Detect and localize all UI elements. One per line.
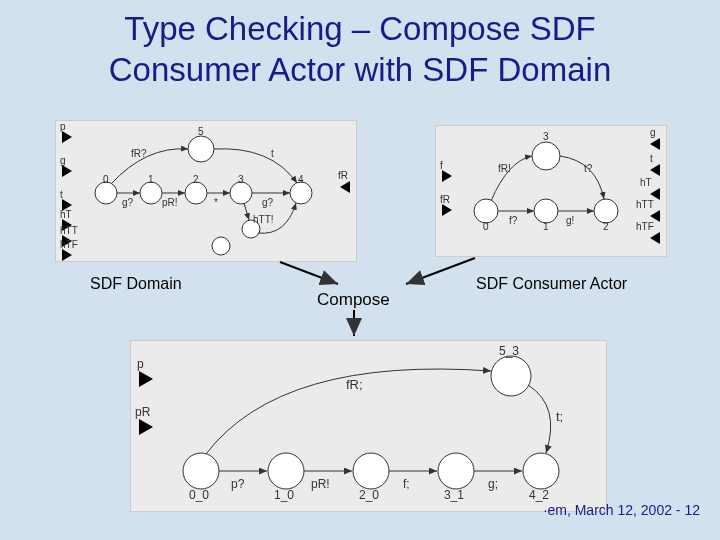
node-3: 3 xyxy=(238,174,244,185)
title-line-1: Type Checking – Compose SDF xyxy=(0,8,720,49)
svg-point-12 xyxy=(188,136,214,162)
svg-marker-34 xyxy=(139,419,153,435)
edge-t: t xyxy=(271,148,274,159)
edge-star: * xyxy=(214,197,218,208)
node-4: 4 xyxy=(298,174,304,185)
label-sdf-domain: SDF Domain xyxy=(90,275,182,293)
svg-point-28 xyxy=(534,199,558,223)
svg-point-35 xyxy=(183,453,219,489)
node-1: 1 xyxy=(148,174,154,185)
svg-marker-20 xyxy=(442,170,452,182)
port-fR2: fR xyxy=(440,194,450,205)
port-t2: t xyxy=(650,153,653,164)
svg-point-11 xyxy=(290,182,312,204)
node-0: 0 xyxy=(103,174,109,185)
diagram-sdf-consumer-actor: f fR g t hT hTT hTF 0 1 2 3 fR! f? g! t? xyxy=(435,125,667,257)
label-compose: Compose xyxy=(317,290,390,310)
port-p2: p xyxy=(137,357,144,371)
edge-hTT: hTT! xyxy=(253,214,274,225)
svg-marker-33 xyxy=(139,371,153,387)
redge-fR: fR! xyxy=(498,163,511,174)
port-p: p xyxy=(60,121,66,132)
port-hT: hT xyxy=(60,209,72,220)
svg-point-40 xyxy=(491,356,531,396)
svg-point-27 xyxy=(474,199,498,223)
arrow-right-to-compose xyxy=(406,258,475,284)
bedge-g: g; xyxy=(488,477,498,491)
title-line-2: Consumer Actor with SDF Domain xyxy=(0,49,720,90)
svg-point-36 xyxy=(268,453,304,489)
footer-text: ·em, March 12, 2002 - 12 xyxy=(544,502,700,518)
svg-marker-21 xyxy=(442,204,452,216)
port-g2: g xyxy=(650,127,656,138)
svg-marker-22 xyxy=(650,138,660,150)
svg-point-38 xyxy=(438,453,474,489)
bedge-p: p? xyxy=(231,477,245,491)
port-hTT: hTT xyxy=(60,225,78,236)
port-g: g xyxy=(60,155,66,166)
svg-marker-6 xyxy=(340,181,350,193)
port-hTF: hTF xyxy=(60,239,78,250)
edge-fR: fR? xyxy=(131,148,147,159)
node-5: 5 xyxy=(198,126,204,137)
port-hT2: hT xyxy=(640,177,652,188)
svg-point-39 xyxy=(523,453,559,489)
svg-point-37 xyxy=(353,453,389,489)
svg-point-7 xyxy=(95,182,117,204)
svg-point-30 xyxy=(532,142,560,170)
bnode-31: 3_1 xyxy=(444,488,464,502)
arrow-left-to-compose xyxy=(280,262,338,284)
port-f: f xyxy=(440,160,443,171)
bnode-53: 5_3 xyxy=(499,344,519,358)
bedge-fR: fR; xyxy=(346,377,363,392)
redge-t: t? xyxy=(584,163,593,174)
edge-g2: g? xyxy=(262,197,274,208)
rnode-1: 1 xyxy=(543,221,549,232)
svg-marker-5 xyxy=(62,249,72,261)
port-hTF2: hTF xyxy=(636,221,654,232)
svg-marker-23 xyxy=(650,164,660,176)
svg-point-29 xyxy=(594,199,618,223)
bnode-42: 4_2 xyxy=(529,488,549,502)
diagram-composed: p pR 0_0 1_0 2_0 3_1 4_2 5_3 p? pR! f; g… xyxy=(130,340,607,512)
svg-point-10 xyxy=(230,182,252,204)
rnode-2: 2 xyxy=(603,221,609,232)
redge-f: f? xyxy=(509,215,518,226)
label-sdf-consumer-actor: SDF Consumer Actor xyxy=(476,275,627,293)
rnode-0: 0 xyxy=(483,221,489,232)
edge-g1: g? xyxy=(122,197,134,208)
bedge-f: f; xyxy=(403,477,410,491)
svg-marker-0 xyxy=(62,131,72,143)
bedge-pR: pR! xyxy=(311,477,330,491)
edge-pR: pR! xyxy=(162,197,178,208)
bedge-t: t; xyxy=(556,409,563,424)
svg-point-9 xyxy=(185,182,207,204)
svg-marker-1 xyxy=(62,165,72,177)
rnode-3: 3 xyxy=(543,131,549,142)
port-pR2: pR xyxy=(135,405,151,419)
svg-marker-26 xyxy=(650,232,660,244)
svg-point-8 xyxy=(140,182,162,204)
redge-g: g! xyxy=(566,215,574,226)
svg-point-14 xyxy=(212,237,230,255)
svg-line-19 xyxy=(244,203,249,220)
node-2: 2 xyxy=(193,174,199,185)
diagram-sdf-domain: p g t hT hTT hTF fR 0 1 2 3 4 5 g? pR! *… xyxy=(55,120,357,262)
port-hTT2: hTT xyxy=(636,199,654,210)
bnode-10: 1_0 xyxy=(274,488,294,502)
port-t: t xyxy=(60,189,63,200)
bnode-00: 0_0 xyxy=(189,488,209,502)
port-fR: fR xyxy=(338,170,348,181)
bnode-20: 2_0 xyxy=(359,488,379,502)
